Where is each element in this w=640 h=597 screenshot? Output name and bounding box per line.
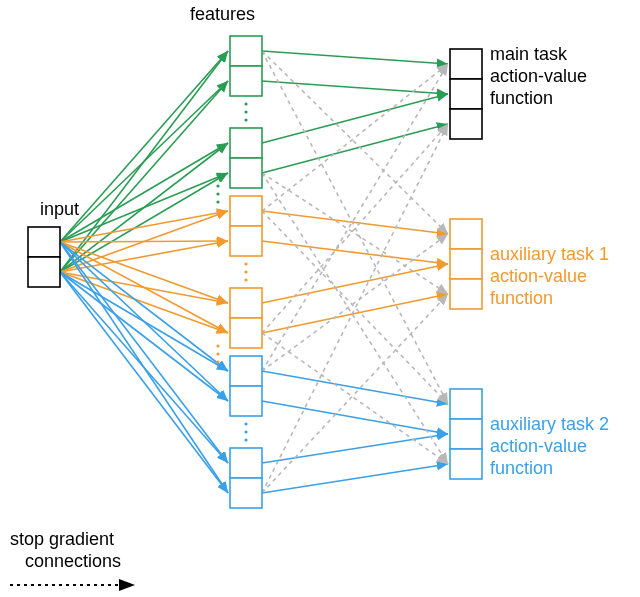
diagram-canvas: features input main task action-value fu… (0, 0, 640, 597)
svg-line-35 (262, 51, 448, 64)
svg-text:function: function (490, 288, 553, 308)
svg-line-53 (262, 211, 448, 404)
svg-rect-96 (450, 449, 482, 479)
svg-point-78 (216, 344, 219, 347)
input-label: input (40, 199, 79, 219)
svg-rect-90 (450, 109, 482, 139)
output-aux1 (450, 219, 482, 309)
svg-rect-62 (230, 66, 262, 96)
svg-line-39 (262, 211, 448, 234)
aux1-label: auxiliary task 1 action-value function (490, 244, 609, 308)
stop-gradient-label: stop gradient connections (10, 529, 121, 571)
main-task-label: main task action-value function (490, 44, 587, 108)
svg-line-45 (262, 434, 448, 463)
svg-rect-59 (28, 227, 60, 257)
svg-point-79 (216, 352, 219, 355)
svg-rect-63 (230, 128, 262, 158)
svg-rect-92 (450, 249, 482, 279)
svg-line-26 (60, 272, 228, 333)
svg-line-50 (262, 173, 448, 464)
features-label: features (190, 4, 255, 24)
svg-rect-83 (230, 448, 262, 478)
output-aux2 (450, 389, 482, 479)
output-main (450, 49, 482, 139)
svg-rect-60 (28, 257, 60, 287)
svg-line-21 (60, 242, 228, 303)
svg-text:function: function (490, 88, 553, 108)
svg-line-33 (60, 272, 228, 463)
svg-text:action-value: action-value (490, 436, 587, 456)
svg-line-48 (262, 173, 448, 294)
svg-rect-88 (450, 49, 482, 79)
edges-stop-gradient (262, 51, 448, 493)
svg-line-38 (262, 124, 448, 173)
svg-rect-84 (230, 478, 262, 508)
input-node (28, 227, 60, 287)
svg-line-42 (262, 294, 448, 333)
svg-rect-71 (230, 196, 262, 226)
edges-input-to-green (60, 51, 228, 272)
svg-rect-74 (230, 318, 262, 348)
ellipsis-blue (244, 422, 247, 441)
svg-point-86 (244, 430, 247, 433)
svg-rect-73 (230, 288, 262, 318)
svg-point-87 (244, 438, 247, 441)
svg-line-47 (262, 51, 448, 234)
svg-line-41 (262, 264, 448, 303)
svg-line-46 (262, 464, 448, 493)
edges-input-to-orange (60, 211, 228, 333)
svg-point-70 (216, 200, 219, 203)
svg-rect-94 (450, 389, 482, 419)
svg-point-66 (244, 110, 247, 113)
svg-point-85 (244, 422, 247, 425)
svg-rect-81 (230, 356, 262, 386)
svg-rect-64 (230, 158, 262, 188)
edges-blue-to-aux2 (262, 371, 448, 493)
edges-input-to-blue (60, 242, 228, 493)
svg-line-11 (60, 51, 228, 242)
svg-text:auxiliary task 1: auxiliary task 1 (490, 244, 609, 264)
svg-line-44 (262, 401, 448, 434)
svg-text:action-value: action-value (490, 266, 587, 286)
svg-line-58 (262, 294, 448, 493)
svg-text:function: function (490, 458, 553, 478)
svg-line-51 (262, 64, 448, 211)
aux2-label: auxiliary task 2 action-value function (490, 414, 609, 478)
svg-text:auxiliary task 2: auxiliary task 2 (490, 414, 609, 434)
svg-rect-89 (450, 79, 482, 109)
svg-point-80 (216, 360, 219, 363)
edges-green-to-main (262, 51, 448, 173)
svg-rect-91 (450, 219, 482, 249)
svg-point-69 (216, 192, 219, 195)
svg-line-36 (262, 81, 448, 94)
svg-point-77 (244, 278, 247, 281)
svg-rect-95 (450, 419, 482, 449)
svg-line-52 (262, 124, 448, 333)
svg-point-76 (244, 270, 247, 273)
svg-point-75 (244, 262, 247, 265)
svg-text:main task: main task (490, 44, 568, 64)
svg-text:stop gradient: stop gradient (10, 529, 114, 549)
svg-rect-61 (230, 36, 262, 66)
svg-line-40 (262, 241, 448, 264)
svg-point-67 (244, 118, 247, 121)
svg-line-16 (60, 81, 228, 272)
svg-rect-93 (450, 279, 482, 309)
svg-line-55 (262, 64, 448, 371)
svg-point-68 (216, 184, 219, 187)
svg-point-65 (244, 102, 247, 105)
svg-rect-82 (230, 386, 262, 416)
svg-rect-72 (230, 226, 262, 256)
svg-text:connections: connections (25, 551, 121, 571)
svg-line-37 (262, 94, 448, 143)
svg-text:action-value: action-value (490, 66, 587, 86)
